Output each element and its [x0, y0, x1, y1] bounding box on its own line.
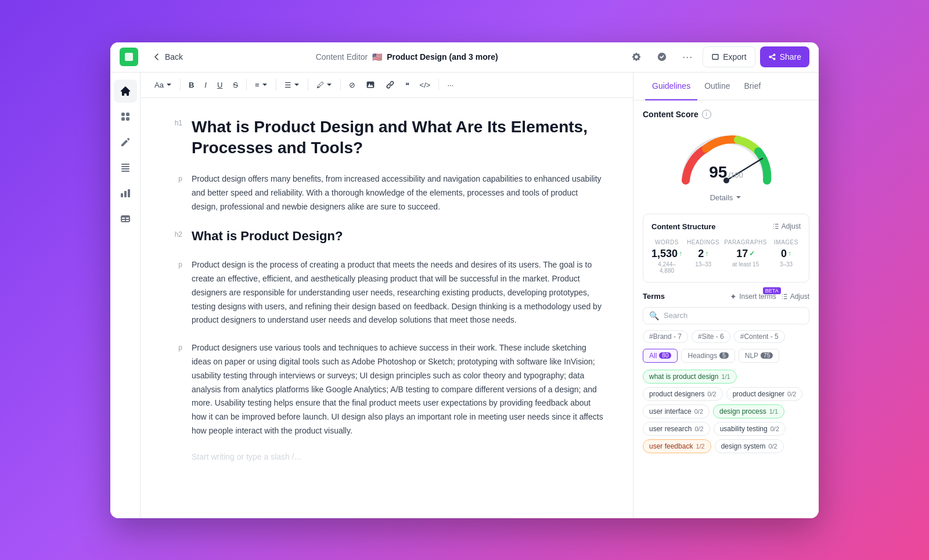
score-header: Content Score i — [643, 110, 809, 119]
highlight-button[interactable]: 🖊 — [312, 76, 337, 93]
p3-label: p — [168, 341, 182, 438]
hashtag-site[interactable]: #Site - 6 — [692, 330, 730, 343]
sidebar-item-home[interactable] — [114, 80, 137, 103]
toolbar-sep-1 — [180, 79, 181, 91]
filter-nlp[interactable]: NLP 75 — [739, 349, 779, 363]
hashtag-filters: #Brand - 7 #Site - 6 #Content - 5 — [643, 330, 809, 343]
stat-images: IMAGES 0 ↑ 3–33 — [772, 239, 801, 274]
bold-button[interactable]: B — [184, 76, 199, 93]
terms-title: Terms — [643, 292, 665, 301]
hashtag-brand[interactable]: #Brand - 7 — [643, 330, 688, 343]
tab-outline[interactable]: Outline — [697, 73, 737, 100]
beta-badge: BETA — [763, 287, 781, 294]
editor-content[interactable]: h1 What is Product Design and What Are I… — [141, 98, 633, 518]
headings-arrow: ↑ — [705, 250, 708, 258]
editor-label: Content Editor — [316, 52, 368, 62]
structure-title: Content Structure — [651, 222, 716, 231]
h2-text[interactable]: What is Product Design? — [192, 228, 605, 245]
terms-header: Terms ✦ Insert terms BETA Adjust — [643, 292, 809, 301]
clear-format-button[interactable]: ⊘ — [344, 76, 360, 93]
back-button[interactable]: Back — [147, 50, 188, 64]
term-what-is-product-design[interactable]: what is product design 1/1 — [643, 370, 737, 384]
term-design-process[interactable]: design process 1/1 — [713, 404, 784, 418]
editor-area: Aa B I U S ≡ ☰ — [141, 73, 633, 518]
main-layout: Aa B I U S ≡ ☰ — [110, 73, 819, 518]
paragraphs-range: at least 15 — [724, 261, 767, 268]
underline-button[interactable]: U — [213, 76, 227, 93]
adjust-label: Adjust — [782, 222, 801, 230]
back-label: Back — [165, 52, 183, 62]
code-button[interactable]: </> — [415, 76, 435, 93]
app-window: Back Content Editor 🇺🇸 Product Design (a… — [110, 42, 819, 518]
p1-label: p — [168, 172, 182, 214]
search-input[interactable] — [664, 311, 803, 320]
terms-sub-filter: All 80 Headings 5 NLP 75 — [643, 349, 809, 363]
term-user-interface[interactable]: user interface 0/2 — [643, 404, 710, 418]
strikethrough-button[interactable]: S — [228, 76, 243, 93]
headings-count: 5 — [719, 352, 729, 359]
details-button[interactable]: Details — [705, 191, 747, 204]
term-design-system[interactable]: design system 0/2 — [715, 439, 784, 453]
italic-button[interactable]: I — [200, 76, 211, 93]
export-label: Export — [723, 52, 746, 62]
toolbar-sep-5 — [340, 79, 341, 91]
placeholder-label — [168, 452, 182, 461]
placeholder-text[interactable]: Start writing or type a slash /... — [192, 452, 605, 461]
headings-range: 13–33 — [687, 261, 719, 268]
quote-button[interactable]: ❝ — [401, 76, 414, 93]
score-value: 95 — [709, 163, 727, 182]
term-usability-testing[interactable]: usability testing 0/2 — [714, 422, 786, 436]
align-button[interactable]: ≡ — [250, 76, 272, 93]
p3-block: p Product designers use various tools an… — [168, 341, 605, 438]
sidebar-item-content[interactable] — [114, 156, 137, 179]
list-button[interactable]: ☰ — [280, 76, 304, 93]
sidebar-item-analytics[interactable] — [114, 182, 137, 205]
image-button[interactable] — [361, 76, 380, 93]
check-button[interactable] — [651, 46, 672, 67]
filter-headings[interactable]: Headings 5 — [681, 349, 734, 363]
h2-block: h2 What is Product Design? — [168, 228, 605, 245]
insert-terms-button[interactable]: ✦ Insert terms BETA — [730, 292, 776, 301]
stat-headings: HEADINGS 2 ↑ 13–33 — [687, 239, 719, 274]
terms-adjust-button[interactable]: Adjust — [781, 292, 809, 301]
sidebar-item-reports[interactable] — [114, 207, 137, 230]
p1-text[interactable]: Product design offers many benefits, fro… — [192, 172, 605, 214]
search-icon: 🔍 — [649, 311, 659, 320]
p3-text[interactable]: Product designers use various tools and … — [192, 341, 605, 438]
share-button[interactable]: Share — [760, 46, 809, 67]
sidebar-item-editor[interactable] — [114, 131, 137, 154]
score-info-icon[interactable]: i — [702, 110, 711, 119]
term-product-designer[interactable]: product designer 0/2 — [726, 387, 803, 401]
export-button[interactable]: Export — [703, 46, 755, 67]
term-user-research[interactable]: user research 0/2 — [643, 422, 710, 436]
term-user-feedback[interactable]: user feedback 1/2 — [643, 439, 711, 453]
h1-text[interactable]: What is Product Design and What Are Its … — [192, 117, 605, 159]
more-button[interactable]: ··· — [677, 46, 698, 67]
words-range: 4,244–4,880 — [651, 261, 682, 274]
h1-block: h1 What is Product Design and What Are I… — [168, 117, 605, 159]
toolbar-sep-3 — [276, 79, 276, 91]
app-logo — [120, 48, 138, 66]
placeholder-block: Start writing or type a slash /... — [168, 452, 605, 461]
filter-all[interactable]: All 80 — [643, 349, 678, 363]
settings-button[interactable] — [626, 46, 647, 67]
paragraphs-check: ✓ — [749, 250, 755, 258]
terms-adjust-label: Adjust — [790, 292, 809, 301]
tab-guidelines[interactable]: Guidelines — [645, 73, 697, 100]
search-box: 🔍 — [643, 307, 809, 324]
right-panel: Guidelines Outline Brief Content Score i — [633, 73, 819, 518]
structure-adjust-button[interactable]: Adjust — [772, 222, 801, 230]
tab-brief[interactable]: Brief — [737, 73, 768, 100]
link-button[interactable] — [381, 76, 399, 93]
text-style-button[interactable]: Aa — [150, 76, 177, 93]
share-label: Share — [780, 52, 801, 62]
score-section: Content Score i — [643, 110, 809, 204]
p2-text[interactable]: Product design is the process of creatin… — [192, 258, 605, 327]
more-toolbar-button[interactable]: ··· — [442, 76, 458, 93]
p1-block: p Product design offers many benefits, f… — [168, 172, 605, 214]
term-product-designers[interactable]: product designers 0/2 — [643, 387, 723, 401]
stat-words: WORDS 1,530 ↑ 4,244–4,880 — [651, 239, 682, 274]
sidebar-item-dashboard[interactable] — [114, 105, 137, 128]
panel-content: Content Score i — [633, 100, 819, 518]
hashtag-content[interactable]: #Content - 5 — [734, 330, 785, 343]
